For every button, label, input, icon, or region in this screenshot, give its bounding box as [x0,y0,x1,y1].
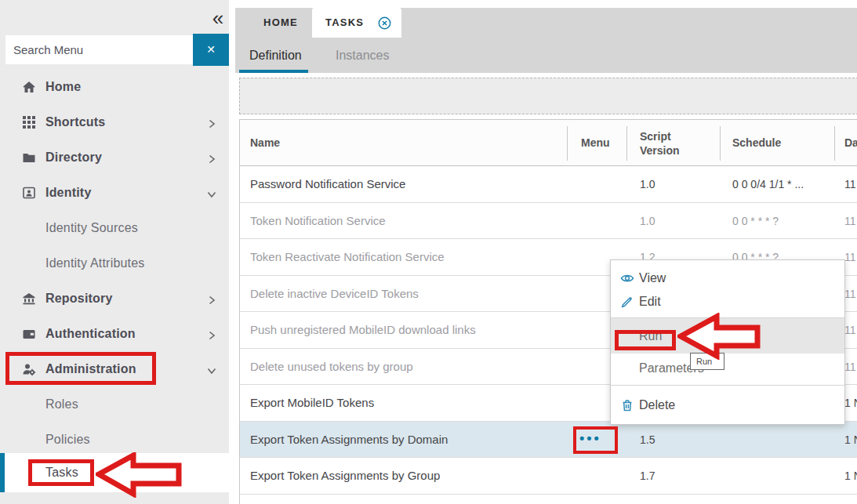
close-tab-icon[interactable] [378,16,391,30]
pencil-icon [620,295,634,309]
column-separator [834,126,835,161]
sidebar-item-identity[interactable]: Identity [0,176,229,210]
menu-item-parameters[interactable]: Parameters [611,354,844,383]
sidebar-item-tasks[interactable]: Tasks [0,453,229,492]
sidebar-item-policies[interactable]: Policies [0,422,229,457]
grid-icon [22,115,36,129]
column-header-date[interactable]: Date [844,136,857,149]
table-row[interactable]: Export Token Assignments by Group 1.7 1 … [240,458,857,495]
cell-schedule: 0 0 * * * ? [732,203,779,239]
sidebar-item-authentication[interactable]: Authentication [0,317,229,351]
bank-icon [22,292,36,306]
selected-indicator-bar [0,453,5,492]
sidebar-item-home[interactable]: Home [0,70,229,104]
subtab-bar [235,38,857,73]
cell-name: Export MobileID Tokens [250,385,374,421]
table-row[interactable]: Token Notification Service 1.0 0 0 * * *… [240,203,857,240]
sidebar-item-roles[interactable]: Roles [0,387,229,422]
cell-script-version: 1.5 [640,422,655,458]
eye-icon [620,271,634,285]
cell-name: Delete unused tokens by group [250,349,413,385]
cell-name: Export Token Assignments by Domain [250,422,448,458]
toolbar-drop-area [239,78,857,114]
cell-script-version: 1.0 [640,203,655,239]
sidebar: « ✕ Home Shortcuts [0,0,229,504]
sidebar-item-label: Identity Attributes [45,246,145,281]
active-tab-underline [239,70,308,73]
cell-name: Delete inactive DeviceID Tokens [250,276,419,312]
column-separator [720,126,721,161]
sidebar-item-repository[interactable]: Repository [0,281,229,316]
home-icon [22,80,36,94]
sidebar-item-label: Roles [45,387,78,422]
sidebar-item-label: Repository [45,281,113,316]
column-header-script-version[interactable]: Script Version [640,129,690,158]
menu-divider [611,385,844,386]
cell-name: Password Notification Service [250,166,405,202]
cell-date: 1 N [844,422,857,458]
menu-item-run[interactable]: Run [611,318,844,354]
tab-definition[interactable]: Definition [249,38,302,73]
cell-date: 11 [844,276,856,312]
cell-script-version: 1.7 [640,458,655,494]
chevron-right-icon [207,153,216,162]
sidebar-item-shortcuts[interactable]: Shortcuts [0,105,229,140]
sidebar-item-label: Administration [45,352,136,386]
tab-tasks[interactable]: TASKS [312,8,401,38]
tab-home[interactable]: HOME [249,8,312,38]
menu-item-label: Run [639,318,662,354]
chevron-down-icon [207,364,216,374]
row-context-menu: View Edit Run Parameters [610,259,845,425]
cell-schedule: 0 0 0/4 1/1 * ... [732,166,804,202]
cell-date: 11 [844,312,856,348]
cell-name: Push unregistered MobileID download link… [250,312,476,348]
column-header-menu[interactable]: Menu [581,136,610,149]
search-input[interactable] [5,35,193,64]
sidebar-item-directory[interactable]: Directory [0,140,229,175]
wallet-icon [22,327,36,341]
row-actions-menu-button[interactable]: ••• [579,422,601,458]
menu-item-label: View [639,267,666,290]
sidebar-item-label: Authentication [45,317,136,351]
chevron-right-icon [207,294,216,303]
column-header-name[interactable]: Name [250,136,280,149]
column-separator [567,126,568,161]
sidebar-item-label: Identity Sources [45,211,138,245]
menu-item-edit[interactable]: Edit [611,290,844,314]
chevron-right-icon [207,329,216,339]
tab-instances[interactable]: Instances [336,38,389,73]
sidebar-collapse-icon[interactable]: « [207,6,229,30]
cell-script-version: 1.0 [640,166,655,202]
column-header-schedule[interactable]: Schedule [732,136,781,149]
cell-date: 11 [844,239,856,275]
sidebar-item-label: Shortcuts [45,105,105,140]
sidebar-item-label: Home [45,70,81,104]
app-window: « ✕ Home Shortcuts [0,0,857,504]
table-row[interactable]: Password Notification Service 1.0 0 0 0/… [240,166,857,203]
menu-item-label: Edit [639,290,661,314]
trash-icon [620,398,634,412]
sidebar-item-identity-sources[interactable]: Identity Sources [0,211,229,245]
table-row-selected[interactable]: Export Token Assignments by Domain ••• 1… [240,422,857,459]
table-header: Name Menu Script Version Schedule Date [240,120,857,166]
run-tooltip: Run [690,353,724,370]
menu-item-delete[interactable]: Delete [611,390,844,420]
sidebar-item-label: Policies [45,422,90,457]
user-gear-icon [22,362,36,376]
cell-date: 11 [844,203,856,239]
sidebar-item-label: Identity [45,176,92,210]
chevron-down-icon [207,188,216,198]
search-clear-button[interactable]: ✕ [193,34,229,66]
sidebar-item-identity-attributes[interactable]: Identity Attributes [0,246,229,281]
id-badge-icon [22,186,36,200]
menu-item-view[interactable]: View [611,267,844,290]
sidebar-item-administration[interactable]: Administration [0,352,229,386]
cell-date: 1 N [844,458,857,494]
cell-date: 1 N [844,385,857,421]
cell-name: Token Notification Service [250,203,386,239]
tab-tasks-label: TASKS [325,8,364,38]
folder-icon [22,150,36,165]
menu-item-label: Delete [639,390,675,420]
cell-name: Token Reactivate Notification Service [250,239,445,275]
cell-date: 11 [844,349,856,385]
